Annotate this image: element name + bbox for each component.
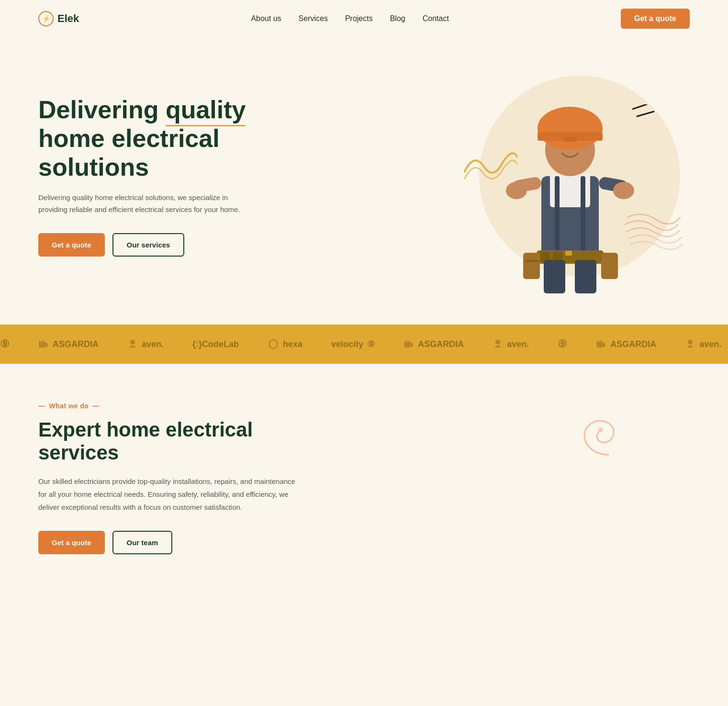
svg-rect-43 xyxy=(600,340,601,348)
svg-rect-22 xyxy=(555,176,560,250)
svg-point-32 xyxy=(130,340,135,345)
ticker-logo-asgardia3: ASGARDIA xyxy=(596,339,656,349)
svg-rect-38 xyxy=(410,342,411,347)
hero-image-area xyxy=(450,56,690,296)
hero-worker-figure xyxy=(484,76,656,296)
hero-highlight: quality xyxy=(166,96,246,124)
hero-buttons: Get a quote Our services xyxy=(38,233,258,257)
section-tag-text: What we do xyxy=(49,402,89,410)
svg-point-14 xyxy=(613,182,634,199)
svg-point-40 xyxy=(495,340,500,345)
svg-rect-19 xyxy=(523,253,540,279)
svg-rect-28 xyxy=(42,340,43,348)
svg-rect-44 xyxy=(601,341,602,347)
hero-section: Delivering quality home electrical solut… xyxy=(0,37,728,325)
worker-svg xyxy=(498,80,642,296)
nav-services[interactable]: Services xyxy=(299,14,328,22)
svg-rect-18 xyxy=(565,251,572,256)
svg-rect-27 xyxy=(41,342,42,347)
hero-title: Delivering quality home electrical solut… xyxy=(38,96,258,181)
dash-decoration xyxy=(632,104,661,125)
hero-description: Delivering quality home electrical solut… xyxy=(38,191,258,216)
services-buttons: Get a quote Our team xyxy=(38,531,690,554)
services-description: Our skilled electricians provide top-qua… xyxy=(38,475,297,514)
nav-links: About us Services Projects Blog Contact xyxy=(251,14,448,23)
navbar: ⚡ Elek About us Services Projects Blog C… xyxy=(0,0,728,37)
ticker-logo-aven2: aven. xyxy=(493,339,529,349)
nav-blog[interactable]: Blog xyxy=(390,14,405,22)
svg-rect-21 xyxy=(601,253,618,279)
services-section: What we do Expert home electrical servic… xyxy=(0,364,728,583)
svg-rect-23 xyxy=(581,176,585,250)
svg-rect-25 xyxy=(575,260,596,293)
ticker-logo-asgardia2: ASGARDIA xyxy=(403,339,464,349)
svg-line-0 xyxy=(632,104,647,109)
svg-point-8 xyxy=(538,107,603,150)
ticker-logo-9b: ⑨ xyxy=(558,338,567,350)
svg-rect-10 xyxy=(563,137,577,142)
svg-rect-36 xyxy=(407,340,408,348)
svg-rect-42 xyxy=(598,342,599,347)
ticker-logo-9a: ⑨ xyxy=(0,338,10,350)
svg-rect-41 xyxy=(597,341,598,347)
ticker-logo-velocity1: velocity ⑨ xyxy=(331,339,375,349)
logo-link[interactable]: ⚡ Elek xyxy=(38,11,79,26)
svg-rect-45 xyxy=(603,342,604,347)
nav-contact[interactable]: Contact xyxy=(423,14,449,22)
hero-cta-button[interactable]: Get a quote xyxy=(38,233,105,257)
ticker-band: ⑨ ASGARDIA aven. {:}CodeLab hexa velocit… xyxy=(0,325,728,364)
svg-rect-46 xyxy=(604,343,605,347)
svg-line-1 xyxy=(637,112,654,116)
ticker-logo-aven3: aven. xyxy=(685,339,721,349)
brand-name: Elek xyxy=(57,12,79,25)
svg-point-13 xyxy=(506,182,527,199)
svg-rect-20 xyxy=(525,260,538,262)
svg-rect-31 xyxy=(46,343,47,347)
services-team-button[interactable]: Our team xyxy=(112,531,173,554)
nav-projects[interactable]: Projects xyxy=(345,14,373,22)
hero-content: Delivering quality home electrical solut… xyxy=(38,96,258,256)
ticker-logo-asgardia1: ASGARDIA xyxy=(38,339,99,349)
ticker-inner: ⑨ ASGARDIA aven. {:}CodeLab hexa velocit… xyxy=(0,338,728,350)
svg-rect-29 xyxy=(44,341,45,347)
navbar-cta-button[interactable]: Get a quote xyxy=(621,9,690,29)
svg-rect-24 xyxy=(544,260,565,293)
ticker-logo-codelab1: {:}CodeLab xyxy=(192,339,239,349)
services-title: Expert home electrical services xyxy=(38,418,306,464)
svg-rect-37 xyxy=(409,341,410,347)
svg-rect-35 xyxy=(406,342,407,347)
svg-rect-34 xyxy=(404,341,405,347)
svg-point-49 xyxy=(598,427,603,432)
svg-point-47 xyxy=(688,340,693,345)
svg-rect-26 xyxy=(39,341,40,347)
logo-icon: ⚡ xyxy=(38,11,54,26)
hero-services-button[interactable]: Our services xyxy=(112,233,185,257)
ticker-logo-hexa1: hexa xyxy=(268,338,302,350)
services-cta-button[interactable]: Get a quote xyxy=(38,531,105,554)
services-decoration xyxy=(575,407,642,466)
ticker-logo-aven1: aven. xyxy=(127,339,164,349)
nav-about[interactable]: About us xyxy=(251,14,281,22)
svg-rect-30 xyxy=(45,342,46,347)
svg-rect-39 xyxy=(412,343,413,347)
svg-marker-33 xyxy=(269,339,277,349)
